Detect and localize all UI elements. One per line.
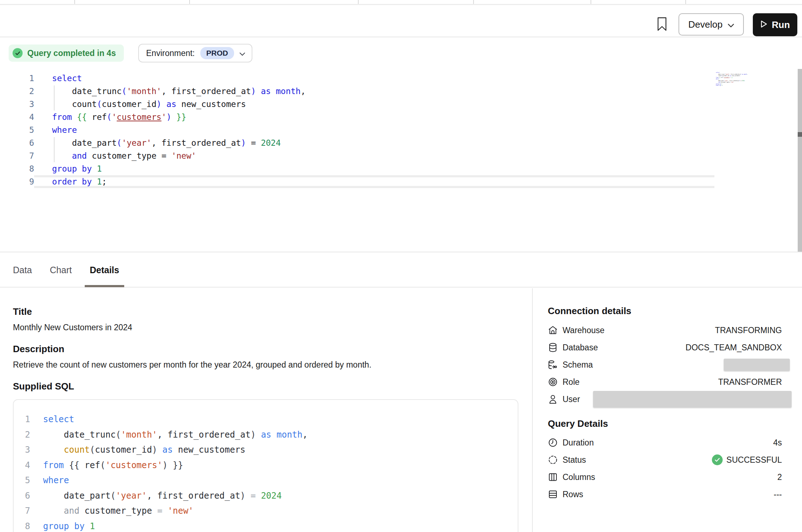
line-number: 7 <box>14 503 30 519</box>
clock-icon <box>548 438 558 448</box>
chevron-down-icon <box>239 48 245 58</box>
app-window: Develop Run Query completed in 4s Enviro… <box>0 0 802 532</box>
code-line-9: order by 1; <box>716 85 755 87</box>
query-status-badge: Query completed in 4s <box>9 45 124 62</box>
code-line-5: 5where <box>14 473 518 488</box>
detail-row-schema: Schema <box>548 356 782 373</box>
tab-separator <box>74 0 75 4</box>
editor-results-divider <box>0 252 802 252</box>
detail-row-database: DatabaseDOCS_TEAM_SANDBOX <box>548 339 782 356</box>
code-line-4[interactable]: 4from {{ ref('customers') }} <box>0 111 714 123</box>
tab-chart[interactable]: Chart <box>50 253 72 287</box>
detail-row-user: User <box>548 391 782 408</box>
develop-button[interactable]: Develop <box>679 13 744 36</box>
chevron-down-icon <box>728 19 734 30</box>
code-line-5[interactable]: 5where <box>0 123 714 136</box>
bookmark-icon[interactable] <box>657 17 667 31</box>
code-line-3: 3 count(customer_id) as new_customers <box>14 442 518 458</box>
code-line-1: 1select <box>14 412 518 427</box>
tab-details[interactable]: Details <box>90 253 119 287</box>
environment-dropdown[interactable]: Environment: PROD <box>138 44 252 62</box>
line-number: 5 <box>14 473 30 488</box>
detail-label: Rows <box>563 490 583 499</box>
role-icon <box>548 377 558 387</box>
detail-label: Database <box>563 343 598 353</box>
rows-icon <box>548 489 558 499</box>
detail-row-status: StatusSUCCESSFUL <box>548 451 782 468</box>
line-number: 3 <box>14 442 30 458</box>
detail-value: SUCCESSFUL <box>712 454 782 465</box>
detail-label: Schema <box>563 360 593 370</box>
editor-scrollbar[interactable] <box>798 69 802 252</box>
line-number: 9 <box>0 175 34 188</box>
detail-row-rows: Rows--- <box>548 486 782 503</box>
run-button[interactable]: Run <box>753 13 797 36</box>
tab-separator <box>189 0 190 4</box>
code-line-6[interactable]: 6 date_part('year', first_ordered_at) = … <box>0 136 714 149</box>
status-icon <box>548 455 558 465</box>
line-number: 2 <box>14 427 30 443</box>
database-icon <box>548 342 558 353</box>
connection-details-heading: Connection details <box>548 305 631 317</box>
code-line-6: 6 date_part('year', first_ordered_at) = … <box>14 488 518 504</box>
detail-value <box>593 391 782 407</box>
detail-value: --- <box>774 490 782 499</box>
redacted-value <box>724 359 790 371</box>
warehouse-icon <box>548 325 558 335</box>
columns-icon <box>548 472 558 482</box>
description-value: Retrieve the count of new customers per … <box>13 359 372 370</box>
toolbar: Develop Run <box>0 5 802 37</box>
detail-row-duration: Duration4s <box>548 434 782 451</box>
detail-label: User <box>563 395 580 404</box>
detail-label: Columns <box>563 472 595 482</box>
line-number: 1 <box>0 72 34 85</box>
title-heading: Title <box>13 305 32 318</box>
line-number: 7 <box>0 149 34 162</box>
title-value: Monthly New Customers in 2024 <box>13 322 132 333</box>
supplied-sql-block: 1select2 date_trunc('month', first_order… <box>13 399 518 532</box>
code-line-7[interactable]: 7 and customer_type = 'new' <box>0 149 714 162</box>
detail-row-warehouse: WarehouseTRANSFORMING <box>548 322 782 339</box>
detail-value: DOCS_TEAM_SANDBOX <box>686 343 782 353</box>
environment-value-badge: PROD <box>200 47 234 59</box>
indent-guide <box>54 85 55 111</box>
code-line-4: 4from {{ ref('customers') }} <box>14 458 518 473</box>
editor-minimap[interactable]: select date_trunc('month', first_ordered… <box>716 72 755 89</box>
tab-separator <box>685 0 686 4</box>
environment-label: Environment: <box>146 48 195 58</box>
line-number: 6 <box>14 488 30 504</box>
user-icon <box>548 394 558 404</box>
code-line-7: 7 and customer_type = 'new' <box>14 503 518 519</box>
indent-guide <box>54 137 55 162</box>
browser-tab-strip <box>0 0 802 5</box>
code-line-1[interactable]: 1select <box>0 72 714 85</box>
results-tabs: DataChartDetails <box>0 253 802 288</box>
supplied-sql-heading: Supplied SQL <box>13 380 74 392</box>
detail-label: Role <box>563 377 579 387</box>
tab-data[interactable]: Data <box>13 253 32 287</box>
code-line-2: 2 date_trunc('month', first_ordered_at) … <box>14 427 518 443</box>
develop-button-label: Develop <box>688 19 722 30</box>
code-line-3[interactable]: 3 count(customer_id) as new_customers <box>0 98 714 111</box>
success-check-icon <box>712 454 723 465</box>
detail-value: 2 <box>777 472 782 482</box>
detail-label: Duration <box>563 438 594 448</box>
tab-separator <box>591 0 591 4</box>
detail-row-role: RoleTRANSFORMER <box>548 373 782 391</box>
code-line-9[interactable]: 9order by 1; <box>0 175 714 188</box>
schema-icon <box>548 360 558 370</box>
minimap-code: select date_trunc('month', first_ordered… <box>716 72 755 87</box>
line-number: 8 <box>0 162 34 175</box>
detail-value: TRANSFORMING <box>715 326 782 335</box>
line-number: 4 <box>0 111 34 123</box>
play-icon <box>760 19 768 31</box>
detail-value: TRANSFORMER <box>718 377 782 387</box>
detail-value: 4s <box>773 438 782 448</box>
code-line-8[interactable]: 8group by 1 <box>0 162 714 175</box>
sql-editor[interactable]: 1select2 date_trunc('month', first_order… <box>0 72 714 188</box>
detail-label: Status <box>563 455 586 465</box>
detail-row-columns: Columns2 <box>548 468 782 486</box>
scrollbar-marker <box>798 132 802 137</box>
code-line-2[interactable]: 2 date_trunc('month', first_ordered_at) … <box>0 85 714 98</box>
detail-label: Warehouse <box>563 326 605 335</box>
